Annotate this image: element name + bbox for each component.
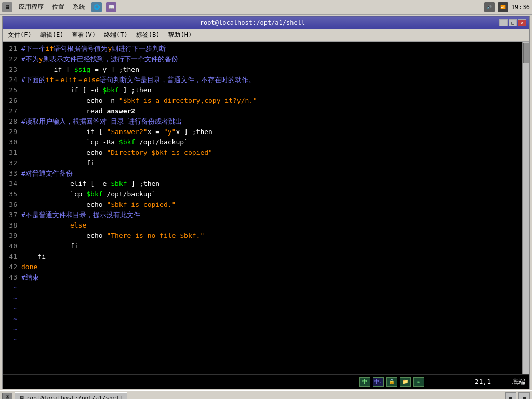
code-segment: y bbox=[39, 55, 43, 63]
code-segment: $bkf bbox=[119, 138, 135, 146]
line-code: echo "$bkf is copied." bbox=[21, 200, 176, 210]
code-line: ~ bbox=[3, 283, 522, 293]
system-bar: 🖥 应用程序 位置 系统 🌐 📖 🔊 📶 19:36 bbox=[0, 0, 532, 15]
code-line: 33#对普通文件备份 bbox=[3, 168, 522, 179]
code-line: 41 fi bbox=[3, 251, 522, 262]
app-icon: 🖥 bbox=[2, 2, 12, 12]
code-line: ~ bbox=[3, 303, 522, 314]
status-icon-2: 🔒 bbox=[386, 377, 397, 387]
menu-edit[interactable]: 编辑(E) bbox=[37, 30, 67, 41]
code-line: 29 if [ "$answer2"x = "y"x ] ;then bbox=[3, 127, 522, 137]
code-segment: $sig bbox=[74, 65, 90, 73]
code-segment: echo bbox=[21, 232, 107, 240]
code-segment: elif [ -e bbox=[21, 180, 111, 188]
scrollbar-thumb[interactable] bbox=[523, 43, 529, 63]
status-icon-1: 中. bbox=[373, 377, 384, 387]
menu-file[interactable]: 文件(F) bbox=[5, 30, 35, 41]
code-segment: #不为 bbox=[21, 55, 39, 63]
line-number: 39 bbox=[3, 231, 21, 241]
line-code: #读取用户输入，根据回答对 目录 进行备份或者跳出 bbox=[21, 116, 182, 127]
line-code: if [ -d $bkf ] ;then bbox=[21, 85, 151, 96]
code-line: 32 fi bbox=[3, 158, 522, 168]
menu-system[interactable]: 系统 bbox=[71, 2, 87, 12]
menu-apps[interactable]: 应用程序 bbox=[17, 2, 46, 12]
minimize-button[interactable]: _ bbox=[499, 19, 508, 26]
menu-view[interactable]: 查看(V) bbox=[69, 30, 99, 41]
code-segment: `cp bbox=[21, 190, 86, 198]
maximize-button[interactable]: □ bbox=[509, 19, 517, 26]
code-segment: if [ bbox=[21, 128, 107, 136]
code-segment: #读取用户输入，根据回答对 目录 进行备份或者跳出 bbox=[21, 117, 182, 125]
line-code: echo "There is no file $bkf." bbox=[21, 231, 204, 241]
code-line: ~ bbox=[3, 335, 522, 345]
code-segment: x ] ;then bbox=[176, 128, 212, 136]
line-code: elif [ -e $bkf ] ;then bbox=[21, 179, 159, 189]
cursor-position: 21,1 bbox=[429, 378, 491, 385]
vertical-scrollbar[interactable] bbox=[522, 42, 529, 374]
line-number: ~ bbox=[3, 293, 21, 303]
code-line: 26 echo -n "$bkf is a directory,copy it?… bbox=[3, 96, 522, 106]
line-number: 36 bbox=[3, 200, 21, 210]
line-number: ~ bbox=[3, 283, 21, 293]
line-number: 25 bbox=[3, 85, 21, 96]
code-line: 21#下一个if语句根据信号值为y则进行下一步判断 bbox=[3, 44, 522, 54]
code-segment: if [ -d bbox=[21, 86, 103, 94]
line-number: 43 bbox=[3, 272, 21, 283]
line-number: 28 bbox=[3, 116, 21, 127]
taskbar-btn-2[interactable]: ▦ bbox=[518, 392, 530, 399]
code-segment: "$bkf is a directory,copy it?y/n." bbox=[119, 97, 257, 104]
menu-tabs[interactable]: 标签(B) bbox=[133, 30, 163, 41]
code-segment: #对普通文件备份 bbox=[21, 169, 73, 177]
line-code: else bbox=[21, 220, 86, 231]
code-segment: fi bbox=[21, 242, 78, 250]
line-number: 22 bbox=[3, 54, 21, 64]
code-segment: done bbox=[21, 263, 37, 271]
code-segment: 语句判断文件是目录，普通文件，不存在时的动作。 bbox=[100, 76, 255, 84]
taskbar-btn-1[interactable]: ▦ bbox=[505, 392, 516, 399]
status-icons: 中 中. 🔒 📁 ✏ bbox=[359, 377, 424, 387]
network-status-icon: 📶 bbox=[498, 2, 508, 12]
code-segment: echo -n bbox=[21, 97, 119, 104]
code-line: 24#下面的if－elif－else语句判断文件是目录，普通文件，不存在时的动作… bbox=[3, 75, 522, 85]
code-line: 28#读取用户输入，根据回答对 目录 进行备份或者跳出 bbox=[3, 116, 522, 127]
code-line: 22#不为y则表示文件已经找到，进行下一个文件的备份 bbox=[3, 54, 522, 64]
close-button[interactable]: × bbox=[518, 19, 526, 26]
taskbar-window-button[interactable]: 🖥 root@localhost:/opt/a1/shell bbox=[15, 392, 127, 399]
line-number: 38 bbox=[3, 220, 21, 231]
line-number: 26 bbox=[3, 96, 21, 106]
code-line: 40 fi bbox=[3, 241, 522, 251]
line-number: 41 bbox=[3, 251, 21, 262]
code-segment: if－elif－else bbox=[46, 76, 100, 84]
code-line: 38 else bbox=[3, 220, 522, 231]
ime-status: 中 bbox=[359, 377, 370, 387]
menu-terminal[interactable]: 终端(T) bbox=[101, 30, 131, 41]
code-editor[interactable]: 21#下一个if语句根据信号值为y则进行下一步判断22#不为y则表示文件已经找到… bbox=[3, 42, 522, 374]
line-code: if [ "$answer2"x = "y"x ] ;then bbox=[21, 127, 212, 137]
code-line: 23 if [ $sig = y ] ;then bbox=[3, 64, 522, 75]
menu-help[interactable]: 帮助(H) bbox=[165, 30, 195, 41]
line-code: if [ $sig = y ] ;then bbox=[21, 64, 139, 75]
line-number: 29 bbox=[3, 127, 21, 137]
taskbar-window-icon: 🖥 bbox=[19, 395, 24, 400]
editor-area[interactable]: 21#下一个if语句根据信号值为y则进行下一步判断22#不为y则表示文件已经找到… bbox=[3, 42, 529, 374]
status-icon-4: ✏ bbox=[413, 377, 424, 387]
taskbar-window-label: root@localhost:/opt/a1/shell bbox=[26, 395, 123, 400]
network-icon: 🌐 bbox=[91, 2, 102, 12]
code-line: 35 `cp $bkf /opt/backup` bbox=[3, 189, 522, 200]
code-line: ~ bbox=[3, 293, 522, 303]
window-controls: _ □ × bbox=[499, 19, 526, 26]
code-segment: /opt/backup` bbox=[103, 190, 156, 198]
code-segment: = y ] ;then bbox=[90, 65, 139, 73]
line-code: done bbox=[21, 262, 37, 272]
code-segment: answer2 bbox=[107, 107, 135, 115]
line-code: #对普通文件备份 bbox=[21, 168, 73, 179]
line-code: `cp $bkf /opt/backup` bbox=[21, 189, 155, 200]
code-segment: read bbox=[21, 107, 107, 115]
code-segment: #不是普通文件和目录，提示没有此文件 bbox=[21, 211, 140, 219]
line-code: fi bbox=[21, 251, 46, 262]
code-segment: #下面的 bbox=[21, 76, 46, 84]
taskbar: 🖥 🖥 root@localhost:/opt/a1/shell ▦ ▦ bbox=[0, 390, 532, 399]
code-segment: #下一个 bbox=[21, 45, 46, 52]
taskbar-right: ▦ ▦ bbox=[505, 392, 530, 399]
menu-places[interactable]: 位置 bbox=[50, 2, 66, 12]
